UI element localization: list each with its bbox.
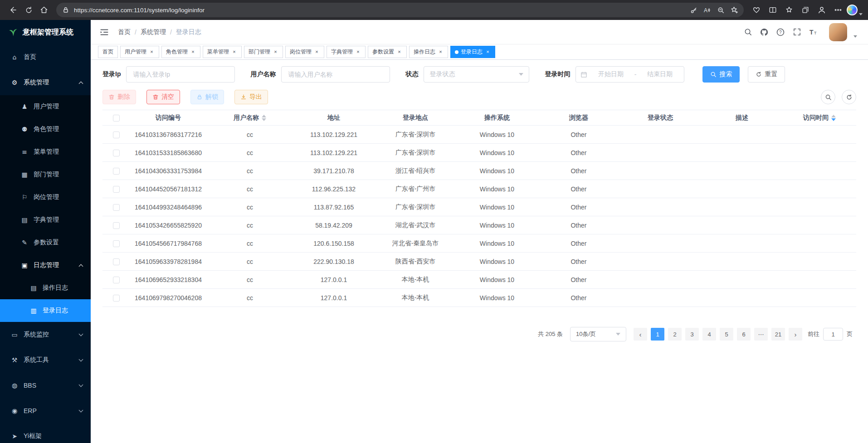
row-checkbox[interactable] bbox=[113, 240, 120, 247]
row-checkbox[interactable] bbox=[113, 295, 120, 302]
close-icon[interactable]: × bbox=[231, 49, 237, 55]
sort-carets-icon[interactable] bbox=[831, 115, 836, 121]
login-ip-input[interactable] bbox=[126, 66, 235, 83]
close-icon[interactable]: × bbox=[149, 49, 155, 55]
view-tab[interactable]: 字典管理 × bbox=[327, 46, 366, 58]
sidebar-menu-item[interactable]: BBS bbox=[0, 373, 91, 398]
page-number-button[interactable]: 4 bbox=[702, 328, 716, 341]
delete-button[interactable]: 删除 bbox=[102, 90, 136, 104]
close-icon[interactable]: × bbox=[485, 49, 491, 55]
zoom-out-icon[interactable] bbox=[714, 4, 727, 16]
sidebar-menu-item[interactable]: Yi框架 bbox=[0, 424, 91, 443]
sidebar-menu-item[interactable]: 首页 bbox=[0, 44, 91, 70]
close-icon[interactable]: × bbox=[396, 49, 402, 55]
row-checkbox[interactable] bbox=[113, 258, 120, 265]
refresh-table-button[interactable] bbox=[842, 90, 856, 104]
sidebar-menu-item[interactable]: 登录日志 bbox=[0, 299, 91, 322]
view-tab[interactable]: 岗位管理 × bbox=[285, 46, 324, 58]
sidebar-menu-item[interactable]: 系统管理 bbox=[0, 70, 91, 95]
sidebar-menu-item[interactable]: 角色管理 bbox=[0, 118, 91, 141]
collections-icon[interactable] bbox=[797, 3, 814, 17]
address-bar[interactable]: https://ccnetcore.com:1101/system/log/lo… bbox=[56, 3, 744, 17]
settings-more-icon[interactable] bbox=[830, 3, 846, 17]
sidebar-menu-item[interactable]: 日志管理 bbox=[0, 254, 91, 277]
user-avatar[interactable] bbox=[829, 23, 847, 41]
favorites-bar-icon[interactable] bbox=[781, 3, 797, 17]
fullscreen-icon[interactable] bbox=[792, 27, 802, 37]
close-icon[interactable]: × bbox=[355, 49, 361, 55]
split-screen-icon[interactable] bbox=[765, 3, 781, 17]
login-time-range-picker[interactable]: 开始日期 - 结束日期 bbox=[575, 66, 684, 83]
page-number-button[interactable]: 3 bbox=[685, 328, 699, 341]
row-checkbox[interactable] bbox=[113, 186, 120, 193]
browser-back-icon[interactable] bbox=[5, 3, 21, 17]
copilot-icon[interactable] bbox=[846, 3, 863, 17]
page-size-select[interactable]: 10条/页 bbox=[570, 327, 626, 341]
sidebar-menu-item[interactable]: 系统监控 bbox=[0, 322, 91, 347]
toggle-search-button[interactable] bbox=[821, 90, 835, 104]
menu-item-icon bbox=[10, 79, 19, 86]
sidebar-menu-item[interactable]: 字典管理 bbox=[0, 209, 91, 231]
browser-refresh-icon[interactable] bbox=[21, 3, 36, 17]
browser-profile-icon[interactable] bbox=[814, 3, 830, 17]
close-icon[interactable]: × bbox=[273, 49, 278, 55]
jump-page-input[interactable] bbox=[823, 328, 843, 341]
login-status-select[interactable]: 登录状态 bbox=[424, 66, 529, 83]
sidebar-menu-item[interactable]: 部门管理 bbox=[0, 163, 91, 186]
page-number-button[interactable]: 21 bbox=[771, 328, 785, 341]
search-button[interactable]: 搜索 bbox=[702, 66, 740, 83]
breadcrumb-item[interactable]: 首页 / bbox=[118, 28, 137, 36]
row-checkbox[interactable] bbox=[113, 150, 120, 156]
lock-icon[interactable] bbox=[62, 4, 70, 16]
sidebar-toggle-icon[interactable] bbox=[99, 27, 110, 38]
page-number-button[interactable]: 5 bbox=[720, 328, 733, 341]
sidebar-menu-item[interactable]: ERP bbox=[0, 398, 91, 424]
select-all-checkbox[interactable] bbox=[113, 115, 120, 122]
sidebar-menu-item[interactable]: 参数设置 bbox=[0, 231, 91, 254]
github-icon[interactable] bbox=[759, 27, 769, 37]
row-checkbox[interactable] bbox=[113, 277, 120, 283]
breadcrumb-item[interactable]: 登录日志 / bbox=[176, 28, 201, 36]
read-aloud-icon[interactable]: A bbox=[700, 4, 714, 16]
sidebar-menu-item[interactable]: 岗位管理 bbox=[0, 186, 91, 209]
sidebar-menu-item[interactable]: 用户管理 bbox=[0, 95, 91, 118]
view-tab[interactable]: 角色管理 × bbox=[161, 46, 200, 58]
page-number-button[interactable]: ⋯ bbox=[754, 328, 768, 341]
reset-button[interactable]: 重置 bbox=[748, 66, 785, 83]
breadcrumb-item[interactable]: 系统管理 / bbox=[141, 28, 172, 36]
close-icon[interactable]: × bbox=[438, 49, 444, 55]
next-page-button[interactable]: › bbox=[789, 328, 802, 341]
close-icon[interactable]: × bbox=[190, 49, 196, 55]
add-favorite-icon[interactable] bbox=[727, 4, 741, 16]
close-icon[interactable]: × bbox=[314, 49, 320, 55]
font-size-icon[interactable]: TT bbox=[808, 27, 818, 37]
view-tab[interactable]: 首页 × bbox=[98, 46, 118, 58]
unlock-button[interactable]: 解锁 bbox=[190, 90, 224, 104]
view-tab[interactable]: 操作日志 × bbox=[409, 46, 448, 58]
browser-essentials-icon[interactable] bbox=[748, 3, 765, 17]
page-number-button[interactable]: 2 bbox=[668, 328, 682, 341]
view-tab[interactable]: 用户管理 × bbox=[120, 46, 159, 58]
view-tab[interactable]: 部门管理 × bbox=[244, 46, 283, 58]
row-checkbox[interactable] bbox=[113, 131, 120, 138]
sidebar-menu-item[interactable]: 系统工具 bbox=[0, 347, 91, 373]
help-icon[interactable]: ? bbox=[775, 27, 785, 37]
view-tab[interactable]: 登录日志 × bbox=[450, 46, 495, 58]
page-number-button[interactable]: 6 bbox=[737, 328, 751, 341]
sidebar-menu-item[interactable]: 菜单管理 bbox=[0, 141, 91, 163]
password-key-icon[interactable] bbox=[687, 4, 700, 16]
row-checkbox[interactable] bbox=[113, 168, 120, 175]
sidebar-menu-item[interactable]: 操作日志 bbox=[0, 277, 91, 299]
search-icon[interactable] bbox=[743, 27, 753, 37]
view-tab[interactable]: 参数设置 × bbox=[368, 46, 407, 58]
row-checkbox[interactable] bbox=[113, 204, 120, 211]
view-tab[interactable]: 菜单管理 × bbox=[203, 46, 242, 58]
sort-carets-icon[interactable] bbox=[262, 115, 266, 121]
clear-button[interactable]: 清空 bbox=[146, 90, 180, 104]
username-input[interactable] bbox=[281, 66, 390, 83]
row-checkbox[interactable] bbox=[113, 222, 120, 229]
prev-page-button[interactable]: ‹ bbox=[634, 328, 647, 341]
page-number-button[interactable]: 1 bbox=[651, 328, 664, 341]
browser-home-icon[interactable] bbox=[36, 3, 52, 17]
export-button[interactable]: 导出 bbox=[234, 90, 268, 104]
